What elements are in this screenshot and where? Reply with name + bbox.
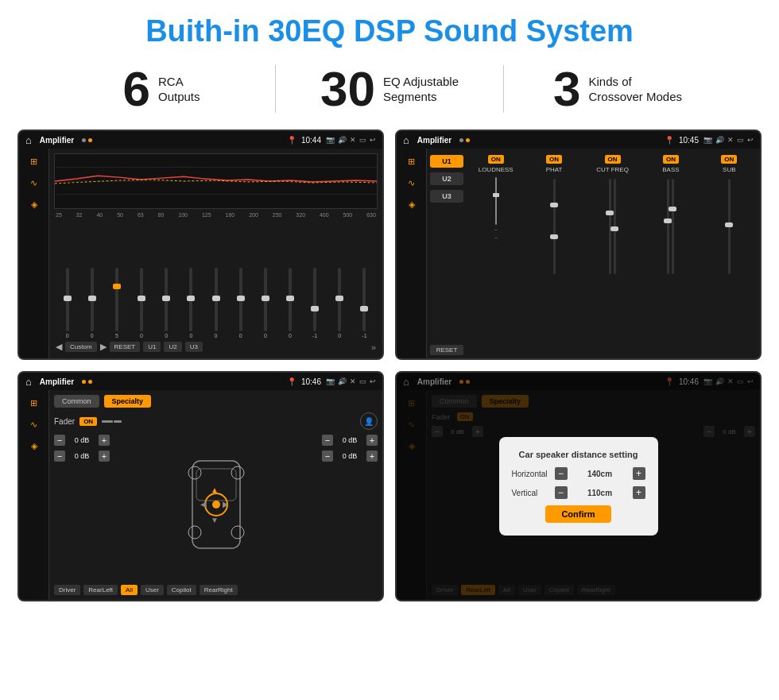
- dialog-horizontal-plus[interactable]: +: [633, 467, 645, 480]
- fader-label: Fader: [54, 417, 75, 426]
- svg-text:▶: ▶: [223, 500, 229, 509]
- eq-u2-btn[interactable]: U2: [164, 342, 181, 352]
- fader-rr-plus[interactable]: +: [366, 451, 378, 462]
- fader-fr-plus[interactable]: +: [366, 435, 378, 446]
- fader-fl-row: − 0 dB +: [54, 435, 110, 446]
- sub-on[interactable]: ON: [721, 155, 737, 164]
- fader-fl-minus[interactable]: −: [54, 435, 65, 446]
- eq-next-btn[interactable]: ▶: [100, 342, 107, 352]
- fader-sidebar-icon-3[interactable]: ◈: [31, 441, 37, 451]
- eq-slider-2[interactable]: 5: [105, 268, 128, 338]
- fader-on-badge[interactable]: ON: [79, 417, 97, 426]
- eq-slider-5[interactable]: 0: [180, 268, 203, 338]
- fader-settings-icon[interactable]: 👤: [360, 412, 378, 430]
- stat-crossover: 3 Kinds of Crossover Modes: [504, 64, 731, 114]
- svg-point-9: [231, 526, 244, 539]
- fader-sidebar-icon-2[interactable]: ∿: [30, 420, 37, 430]
- x-icon: ✕: [350, 136, 356, 144]
- fader-rearright-btn[interactable]: RearRight: [200, 585, 238, 595]
- screen1-title: Amplifier: [40, 136, 74, 145]
- dialog-horizontal-minus[interactable]: −: [555, 467, 568, 480]
- speaker-icon-2: 🔊: [715, 136, 724, 144]
- dialog-vertical-minus[interactable]: −: [555, 486, 568, 499]
- fader-all-btn[interactable]: All: [121, 585, 138, 595]
- eq-slider-0[interactable]: 0: [56, 268, 79, 338]
- fader-rl-minus[interactable]: −: [54, 451, 65, 462]
- eq-u3-btn[interactable]: U3: [185, 342, 203, 352]
- eq-slider-7[interactable]: 0: [229, 268, 252, 338]
- bass-on[interactable]: ON: [663, 155, 679, 164]
- distance-dialog: Car speaker distance setting Horizontal …: [499, 437, 658, 536]
- crossover-screen-content: ⊞ ∿ ◈ U1 U2 U3 RESET ON LO: [397, 149, 760, 358]
- eq-slider-1[interactable]: 0: [80, 268, 103, 338]
- fader-rl-plus[interactable]: +: [99, 451, 110, 462]
- xover-reset-btn[interactable]: RESET: [430, 345, 463, 355]
- screen1-time: 10:44: [301, 136, 321, 145]
- cutfreq-label: CUT FREQ: [596, 166, 629, 173]
- bass-label: BASS: [662, 166, 679, 173]
- eq-slider-11[interactable]: 0: [328, 268, 351, 338]
- eq-slider-4[interactable]: 0: [155, 268, 178, 338]
- fader-sidebar-icon-1[interactable]: ⊞: [30, 398, 37, 408]
- home-icon[interactable]: ⌂: [25, 134, 32, 146]
- fader-rearleft-btn[interactable]: RearLeft: [83, 585, 118, 595]
- xover-sidebar-icon-1[interactable]: ⊞: [408, 157, 415, 167]
- dialog-vertical-plus[interactable]: +: [633, 486, 645, 499]
- fader-tab-common[interactable]: Common: [54, 395, 99, 408]
- eq-u1-btn[interactable]: U1: [143, 342, 161, 352]
- xover-sidebar-icon-3[interactable]: ◈: [409, 199, 415, 210]
- home-icon-3[interactable]: ⌂: [25, 376, 32, 388]
- battery-icon: ▭: [359, 136, 366, 144]
- eq-screen-content: ⊞ ∿ ◈: [19, 149, 382, 358]
- xover-u3-btn[interactable]: U3: [430, 190, 463, 203]
- dialog-overlay: Car speaker distance setting Horizontal …: [397, 373, 760, 600]
- xover-u1-btn[interactable]: U1: [430, 155, 463, 168]
- eq-sidebar-icon-3[interactable]: ◈: [31, 199, 37, 210]
- eq-reset-btn[interactable]: RESET: [110, 342, 141, 352]
- eq-sidebar-icon-1[interactable]: ⊞: [30, 157, 37, 167]
- xover-sidebar-icon-2[interactable]: ∿: [408, 178, 415, 188]
- eq-slider-8[interactable]: 0: [254, 268, 277, 338]
- eq-expand-btn[interactable]: »: [371, 342, 376, 352]
- fader-tab-specialty[interactable]: Specialty: [104, 395, 152, 408]
- eq-custom-btn[interactable]: Custom: [65, 342, 97, 352]
- back-icon-2[interactable]: ↩: [747, 136, 754, 144]
- xover-u2-btn[interactable]: U2: [430, 172, 463, 185]
- eq-slider-10[interactable]: -1: [304, 268, 327, 338]
- eq-sidebar-icon-2[interactable]: ∿: [30, 178, 37, 188]
- fader-driver-btn[interactable]: Driver: [54, 585, 80, 595]
- stat-rca: 6 RCA Outputs: [48, 64, 275, 114]
- fader-user-btn[interactable]: User: [141, 585, 164, 595]
- fader-sidebar: ⊞ ∿ ◈: [19, 390, 49, 600]
- phat-on[interactable]: ON: [546, 155, 562, 164]
- dialog-vertical-value: 110cm: [571, 489, 630, 497]
- eq-slider-9[interactable]: 0: [278, 268, 301, 338]
- dialog-title: Car speaker distance setting: [512, 450, 645, 459]
- back-icon-3[interactable]: ↩: [370, 377, 376, 385]
- fader-fl-val: 0 dB: [68, 436, 96, 444]
- stat-crossover-number: 3: [553, 64, 580, 114]
- dot-6: [88, 380, 92, 384]
- eq-slider-12[interactable]: -1: [353, 268, 376, 338]
- screens-grid: ⌂ Amplifier 📍 10:44 📷 🔊 ✕ ▭ ↩ ⊞ ∿ ◈: [0, 125, 779, 609]
- dot-5: [82, 380, 86, 384]
- screen2-status-bar: ⌂ Amplifier 📍 10:45 📷 🔊 ✕ ▭ ↩: [397, 131, 760, 149]
- eq-slider-3[interactable]: 0: [130, 268, 153, 338]
- stat-eq-number: 30: [320, 64, 375, 114]
- cutfreq-on[interactable]: ON: [605, 155, 621, 164]
- dialog-confirm-button[interactable]: Confirm: [545, 505, 610, 523]
- eq-slider-6[interactable]: 0: [204, 268, 227, 338]
- eq-prev-btn[interactable]: ◀: [56, 342, 62, 352]
- fader-screen-content: ⊞ ∿ ◈ Common Specialty Fader ON: [19, 390, 382, 600]
- fader-rl-row: − 0 dB +: [54, 451, 110, 462]
- loudness-on[interactable]: ON: [488, 155, 504, 164]
- fader-fl-plus[interactable]: +: [99, 435, 110, 446]
- back-icon[interactable]: ↩: [370, 136, 376, 144]
- home-icon-2[interactable]: ⌂: [403, 134, 409, 146]
- fader-fr-minus[interactable]: −: [322, 435, 333, 446]
- eq-bottom-bar: ◀ Custom ▶ RESET U1 U2 U3 »: [54, 338, 378, 354]
- fader-left-col: − 0 dB + − 0 dB +: [54, 435, 110, 582]
- svg-text:▼: ▼: [211, 516, 219, 524]
- fader-rr-minus[interactable]: −: [322, 451, 333, 462]
- fader-copilot-btn[interactable]: Copilot: [167, 585, 196, 595]
